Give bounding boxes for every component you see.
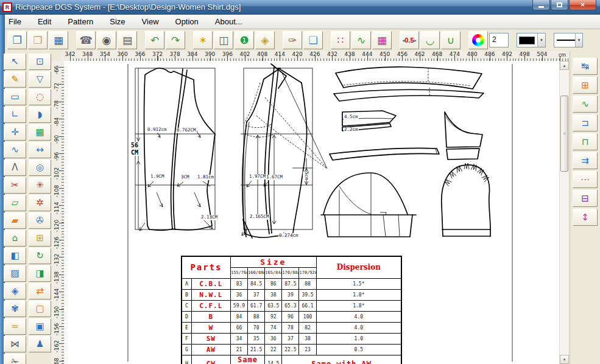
select-tool[interactable]: ↖ (4, 54, 26, 70)
stroke-width-input[interactable]: 2 (489, 33, 509, 47)
pattern-piece-tool[interactable]: ◧ (4, 248, 26, 264)
curve-chain-tool[interactable]: ∿ (4, 142, 26, 158)
ruler-tick-label: 402 (239, 51, 250, 57)
open-file-button[interactable]: ❒ (28, 31, 48, 49)
scroll-up-icon: ▲ (563, 64, 566, 68)
plaid-map-tool[interactable]: ▦ (29, 124, 51, 141)
new-file-button[interactable]: ❐ (7, 31, 27, 49)
pencil-tool[interactable]: ✎ (4, 71, 26, 88)
grading-net-tool[interactable]: ✳ (29, 177, 51, 194)
nested-pieces-tool[interactable]: ⊟ (573, 190, 598, 207)
fabric-piece-tool[interactable]: ⌂ (4, 230, 26, 247)
eraser-tool[interactable]: ▰ (4, 212, 26, 229)
line-style-select[interactable]: ▾ (554, 33, 583, 47)
curve-smooth-tool[interactable]: ∿ (573, 96, 598, 113)
intersect-tool[interactable]: ✛ (4, 124, 26, 141)
pattern-design-button[interactable]: ✶ (193, 31, 213, 49)
menu-edit[interactable]: Edit (38, 17, 51, 26)
close-button[interactable]: ✕ (569, 0, 596, 10)
line-color-select[interactable]: ▾ (517, 33, 546, 47)
open-file-icon: ❒ (33, 35, 42, 46)
lock-pattern-button[interactable]: ◈ (255, 31, 275, 49)
color-wheel-button[interactable] (468, 31, 488, 49)
ruler-tick-label: 342 (65, 51, 75, 57)
measurement-label: 1.81cm (197, 175, 214, 180)
flip-tool[interactable]: ⋈ (4, 336, 26, 352)
photo-input-icon: ◉ (102, 35, 111, 46)
rotate-piece-tool[interactable]: ↻ (29, 248, 51, 264)
plotter-button[interactable]: ▤ (118, 31, 137, 49)
outline-extract-tool[interactable]: ◌ (29, 89, 51, 105)
chevron-down-icon[interactable]: ▾ (537, 33, 545, 47)
thumb-grip-icon: ≡ (563, 131, 565, 136)
redo-button[interactable]: ↷ (166, 31, 185, 49)
piece-pair-tool[interactable]: ◨ (29, 265, 51, 282)
ruler-tick-label: 498 (520, 51, 530, 57)
maximize-button[interactable] (551, 0, 568, 10)
tape-measure-tool[interactable]: ≈ (4, 318, 26, 335)
pattern-box-tool[interactable]: ⊐ (573, 114, 598, 131)
ruler-tool[interactable]: ▱ (4, 195, 26, 211)
point-distribution-tool[interactable]: ⋯ (573, 171, 598, 188)
layers-button[interactable]: ❏ (303, 31, 323, 49)
grading-net-piece-tool[interactable]: ✲ (29, 195, 51, 211)
save-file-button[interactable]: ▦ (49, 31, 68, 49)
cut-tool[interactable]: ✁ (4, 354, 26, 364)
round-corner-tool[interactable]: ▢ (29, 301, 51, 317)
button-tool[interactable]: ◎ (29, 159, 51, 176)
spiral-tool[interactable]: ✾ (4, 301, 26, 317)
copy-nest-tool[interactable]: ⊞ (573, 77, 598, 94)
photo-input-button[interactable]: ◉ (97, 31, 116, 49)
measurement-label: 1.97CM (249, 174, 266, 180)
grade-step-button[interactable]: ◂0.5▸ (400, 31, 419, 49)
minimize-button[interactable] (532, 0, 550, 10)
brush-icon: ✑ (288, 35, 297, 46)
rectangle-tool[interactable]: ▭ (4, 89, 26, 105)
stretch-tool[interactable]: ↔ (29, 142, 51, 158)
frame-window-button[interactable]: ◫ (214, 31, 233, 49)
brush-button[interactable]: ✑ (283, 31, 302, 49)
undo-button[interactable]: ↶ (145, 31, 164, 49)
size-grid-button[interactable]: ▦ (372, 31, 392, 49)
compass-tool[interactable]: Λ (4, 159, 26, 176)
curve-tool-button[interactable]: ◡ (420, 31, 440, 49)
move-point-tool[interactable]: ↹ (573, 58, 598, 75)
vertical-scrollbar[interactable]: ▲ ≡ ▼ (559, 61, 568, 364)
grading-curve-button[interactable]: ∿ (351, 31, 371, 49)
scroll-up-button[interactable]: ▲ (560, 61, 569, 70)
fit-model-tool[interactable]: ♟ (29, 336, 51, 352)
sewing-machine-tool[interactable]: ✇ (29, 212, 51, 229)
vertical-measure-tool[interactable]: ↕ (573, 209, 598, 226)
mark-points-tool[interactable]: ⊞ (29, 230, 51, 247)
ruler-tick-label: 354 (100, 51, 110, 57)
point-distribution-icon: ⋯ (581, 175, 590, 184)
menu-view[interactable]: View (142, 17, 159, 26)
seam-corner-tool[interactable]: ⊓ (573, 133, 598, 150)
ruler-tick-label: -108 (54, 184, 60, 198)
piece-number-button[interactable]: ❶ (235, 31, 254, 49)
piece-fill-tool[interactable]: ◗ (29, 107, 51, 123)
menu-option[interactable]: Option (175, 17, 199, 26)
curve-notch-button[interactable]: ∪ (441, 31, 461, 49)
box-select-tool[interactable]: ⊡ (29, 54, 51, 70)
scroll-down-button[interactable]: ▼ (560, 355, 569, 364)
digitizer-button[interactable]: ☎ (76, 31, 96, 49)
scatter-chart-button[interactable]: ∷ (331, 31, 350, 49)
scissors-tool[interactable]: ✂ (4, 177, 26, 194)
pocket-tool[interactable]: ▽ (29, 71, 51, 88)
drawing-canvas[interactable]: 0.912cm0.762CM56 CM1.9CM3CM1.81cm2.13CM1… (64, 61, 559, 364)
pleat-tool[interactable]: ◈ (4, 283, 26, 299)
scrollbar-thumb[interactable]: ≡ (560, 96, 568, 172)
menu-about[interactable]: About... (215, 17, 242, 26)
check-piece-tool[interactable]: ▣ (29, 318, 51, 335)
menu-file[interactable]: File (9, 17, 21, 26)
stripe-panel-tool[interactable]: ▨ (4, 265, 26, 282)
arc-tool[interactable]: ∟ (4, 107, 26, 123)
chevron-down-icon[interactable]: ▾ (575, 33, 582, 47)
menu-size[interactable]: Size (110, 17, 125, 26)
measure-compare-tool[interactable]: ⇄ (29, 283, 51, 299)
menu-pattern[interactable]: Pattern (68, 17, 93, 26)
ruler-tick-label: 396 (222, 51, 233, 57)
grading-net-piece-icon: ✲ (36, 198, 44, 208)
parallel-grading-tool[interactable]: ⇉ (573, 152, 598, 169)
